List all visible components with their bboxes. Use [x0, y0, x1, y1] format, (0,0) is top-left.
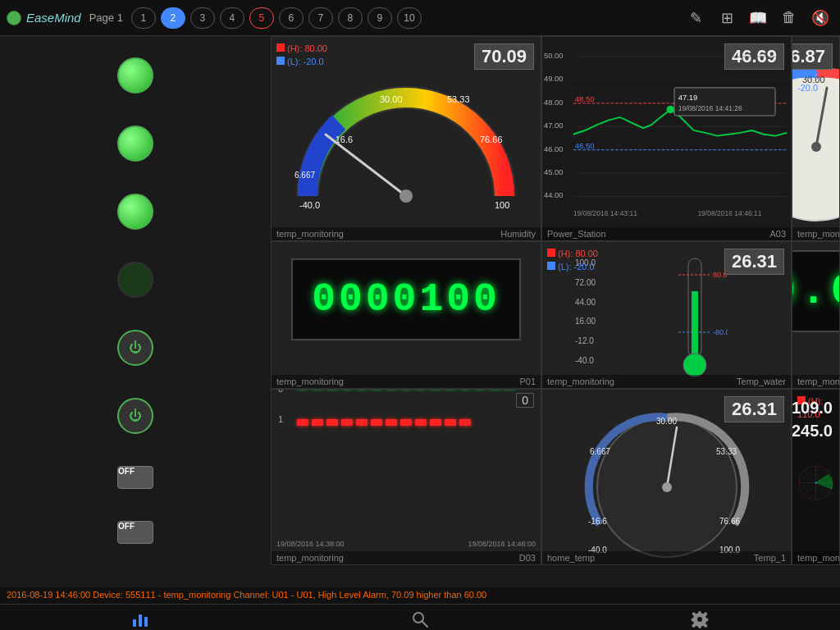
- grid-icon[interactable]: ⊞: [714, 5, 740, 31]
- side-btn-power-1[interactable]: ⏻: [117, 330, 153, 366]
- mute-icon[interactable]: 🔇: [807, 5, 833, 31]
- svg-text:46.50: 46.50: [575, 141, 595, 150]
- tab-live[interactable]: Live: [0, 605, 280, 630]
- widget-temp1-gauge: (H): 80.00 (L): -20.0 26.87 30.00 53.33 …: [792, 36, 840, 241]
- gear-icon: [690, 609, 710, 629]
- widget-humidity-gauge: (H): 80.00 (L): -20.0 70.09: [271, 36, 541, 241]
- svg-point-59: [662, 482, 672, 492]
- side-panel: ⏻ ⏻ OFF OFF: [0, 36, 271, 565]
- w2-label-row: Power_Station A03: [542, 227, 791, 240]
- widget-p01-digital: 0000100 temp_monitoring P01: [271, 241, 541, 389]
- topbar: EaseMind Page 1 1 2 3 4 5 6 7 8 9 10 ✎ ⊞…: [0, 0, 840, 36]
- alarm-text: 2016-08-19 14:46:00 Device: 555111 - tem…: [7, 590, 486, 600]
- w4-title: temp_monitoring: [276, 377, 344, 386]
- svg-text:6.667: 6.667: [294, 171, 315, 180]
- page-btn-6[interactable]: 6: [279, 7, 304, 29]
- page-btn-4[interactable]: 4: [220, 7, 244, 29]
- page-btn-2[interactable]: 2: [161, 7, 185, 29]
- svg-text:19/08/2016 14:41:26: 19/08/2016 14:41:26: [678, 104, 742, 112]
- widget-temp-water: (H): 80.00 (L): -20.0 26.31 100.0 72.00 …: [541, 241, 792, 389]
- book-icon[interactable]: 📖: [745, 5, 771, 31]
- w7-title: temp_monitoring: [276, 553, 344, 563]
- w7-label-row: temp_monitoring D03: [272, 551, 541, 564]
- svg-point-69: [815, 482, 816, 483]
- svg-text:45.00: 45.00: [544, 167, 564, 176]
- widget-d03-led: 0 1 0 19/08/2016 14:38:00 19/08: [271, 389, 541, 565]
- traffic-light[interactable]: [7, 11, 21, 25]
- w1-title: temp_monitoring: [276, 229, 344, 239]
- svg-text:47.00: 47.00: [544, 121, 564, 130]
- page-btn-8[interactable]: 8: [338, 7, 363, 29]
- main-grid: (H): 80.00 (L): -20.0 70.09: [0, 36, 840, 587]
- tab-history[interactable]: History: [280, 605, 559, 630]
- side-btn-off-2[interactable]: OFF: [117, 521, 153, 544]
- page-btn-5[interactable]: 5: [249, 7, 274, 29]
- svg-line-74: [422, 622, 427, 627]
- w5-thermo-svg: 80.00 -80.0: [662, 250, 728, 381]
- w4-subtitle: P01: [519, 377, 536, 386]
- w5-title: temp_monitoring: [547, 377, 614, 386]
- w2-title: Power_Station: [547, 229, 606, 239]
- w7-subtitle: D03: [519, 553, 536, 563]
- widget-humidity-digital: 70.09 temp_monitoring Humidity: [792, 241, 840, 389]
- svg-text:48.00: 48.00: [544, 98, 564, 107]
- page-btn-3[interactable]: 3: [190, 7, 215, 29]
- w8-subtitle: Temp_1: [754, 553, 786, 563]
- svg-point-8: [399, 189, 413, 203]
- svg-text:49.00: 49.00: [544, 74, 564, 83]
- side-btn-3[interactable]: [117, 194, 153, 230]
- svg-text:19/08/2016 14:43:11: 19/08/2016 14:43:11: [573, 209, 637, 217]
- svg-text:30.00: 30.00: [656, 417, 677, 426]
- svg-point-73: [413, 613, 423, 623]
- trash-icon[interactable]: 🗑: [776, 5, 802, 31]
- svg-text:-16.6: -16.6: [588, 517, 607, 526]
- side-btn-off-1[interactable]: OFF: [117, 466, 153, 489]
- w6-display-area: 70.09: [792, 242, 839, 357]
- svg-text:48.50: 48.50: [575, 94, 595, 103]
- svg-text:50.00: 50.00: [544, 51, 564, 60]
- svg-text:19/08/2016 14:46:11: 19/08/2016 14:46:11: [697, 209, 761, 217]
- svg-text:53.33: 53.33: [447, 94, 470, 104]
- w1-label-row: temp_monitoring Humidity: [272, 227, 541, 240]
- widget-home-temp: 26.31 30.00 53.33 6.667 76.66 -16.6 100.…: [541, 389, 792, 565]
- edit-icon[interactable]: ✎: [682, 5, 709, 31]
- w7-led-area: 1 0: [272, 390, 541, 435]
- side-btn-power-2[interactable]: ⏻: [117, 398, 153, 434]
- w9-values: 109.0 245.0: [792, 396, 833, 442]
- w4-value: 0000100: [312, 277, 500, 322]
- w1-gauge-svg: -40.0 -16.6 30.00 53.33 6.667 76.66 100: [283, 57, 529, 221]
- svg-text:76.66: 76.66: [480, 135, 503, 144]
- side-btn-1[interactable]: [117, 57, 153, 94]
- w4-label-row: temp_monitoring P01: [272, 375, 541, 388]
- w7-timestamps: 19/08/2016 14:38:00 19/08/2016 14:46:00: [272, 540, 541, 548]
- page-btn-9[interactable]: 9: [368, 7, 392, 29]
- bar-chart-icon: [130, 609, 150, 629]
- page-btn-1[interactable]: 1: [131, 7, 156, 29]
- svg-point-41: [811, 142, 821, 152]
- svg-text:100: 100: [495, 200, 509, 210]
- svg-text:30.00: 30.00: [380, 94, 403, 104]
- page-btn-10[interactable]: 10: [397, 7, 422, 29]
- w3-label-row: temp_monitoring Temp_1: [792, 227, 839, 240]
- w6-display-box: 70.09: [792, 250, 840, 332]
- page-label: Page 1: [89, 11, 123, 24]
- w2-subtitle: A03: [769, 229, 786, 239]
- page-btn-7[interactable]: 7: [308, 7, 333, 29]
- svg-text:53.33: 53.33: [716, 447, 737, 456]
- w3-title: temp_monitoring: [797, 229, 840, 239]
- side-btn-4[interactable]: [117, 262, 153, 298]
- w8-label-row: home_temp Temp_1: [542, 551, 791, 564]
- widget-a01-radar: (H): 110.0 109.0 245.0 temp_: [792, 389, 840, 565]
- svg-rect-47: [692, 291, 698, 357]
- svg-rect-72: [144, 617, 148, 627]
- w3-value: 26.87: [792, 43, 833, 70]
- w6-label-row: temp_monitoring Humidity: [792, 375, 839, 388]
- side-btn-2[interactable]: [117, 126, 153, 162]
- svg-point-25: [667, 106, 674, 113]
- legend-tempwater: (H): 80.00 (L): -20.0: [547, 247, 598, 273]
- bottom-bar: Live History System: [0, 604, 840, 630]
- svg-text:44.00: 44.00: [544, 190, 564, 199]
- w7-row0: [296, 389, 516, 390]
- w5-value: 26.31: [724, 249, 784, 275]
- tab-system[interactable]: System: [560, 605, 840, 630]
